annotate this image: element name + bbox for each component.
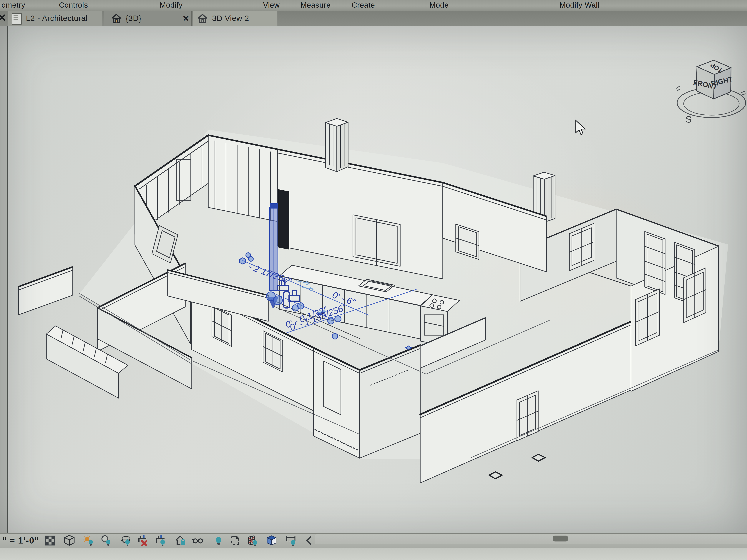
- analytical-model-icon[interactable]: [247, 535, 258, 546]
- chimney: [326, 118, 348, 172]
- revit-window: ometry Controls Modify View Measure Crea…: [0, 0, 747, 560]
- horizontal-scrollbar[interactable]: [315, 534, 747, 544]
- mouse-cursor: [576, 121, 585, 135]
- tall-window: [645, 232, 665, 294]
- crop-region-icon[interactable]: [156, 535, 167, 546]
- column-top-grip[interactable]: [270, 203, 278, 209]
- temporary-view-properties-icon[interactable]: [230, 535, 241, 546]
- render-teapot-icon[interactable]: [121, 535, 132, 546]
- compass-south-label[interactable]: S: [686, 114, 692, 125]
- reveal-constraints-icon[interactable]: [286, 535, 297, 546]
- temporary-hide-isolate-icon[interactable]: [213, 535, 224, 546]
- window: [684, 268, 706, 323]
- footprint-markers: [489, 454, 545, 479]
- locked-3d-view-icon[interactable]: [175, 535, 186, 546]
- 3d-model-view[interactable]: - 2 17/256" 0' - 6" 0' - 0 1/32" 0' - 1 …: [0, 0, 747, 560]
- status-strip: [0, 548, 747, 560]
- displacement-sets-icon[interactable]: [266, 535, 277, 546]
- visual-style-icon[interactable]: [64, 535, 75, 546]
- refrigerator: [278, 189, 289, 250]
- crop-view-off-icon[interactable]: [138, 535, 149, 546]
- sun-path-icon[interactable]: [83, 535, 94, 546]
- detail-level-icon[interactable]: [45, 535, 56, 546]
- shadows-icon[interactable]: [100, 535, 111, 546]
- collapse-chevron-icon[interactable]: [304, 535, 315, 546]
- reveal-hidden-elements-icon[interactable]: [192, 535, 203, 546]
- viewcube[interactable]: S TOP FRONT RIGHT: [676, 60, 746, 125]
- scrollbar-thumb[interactable]: [553, 536, 568, 541]
- scale-indicator[interactable]: " = 1'-0": [2, 535, 39, 545]
